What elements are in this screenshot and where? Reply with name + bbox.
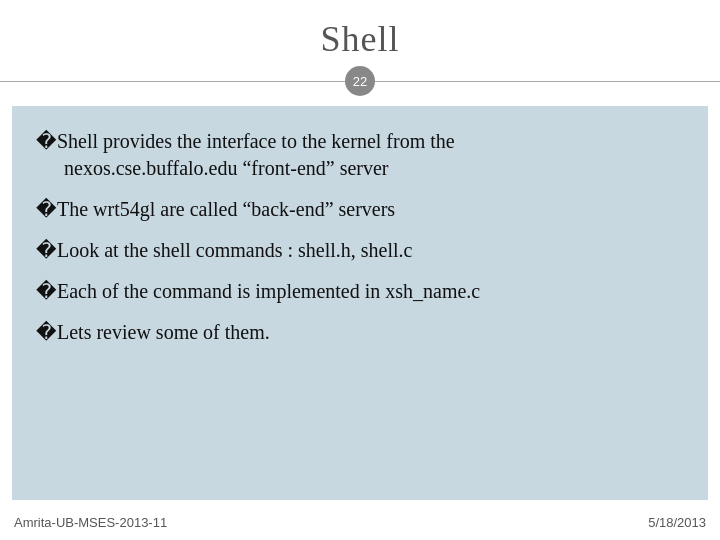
slide-number: 22 [345,66,375,96]
slide-number-wrapper: 22 [0,66,720,96]
bullet-3: �Look at the shell commands : shell.h, s… [36,237,684,264]
bullet-1: �Shell provides the interface to the ker… [36,128,684,182]
footer-left: Amrita-UB-MSES-2013-11 [14,515,167,530]
bullet-2: �The wrt54gl are called “back-end” serve… [36,196,684,223]
footer-right: 5/18/2013 [648,515,706,530]
slide: Shell 22 �Shell provides the interface t… [0,0,720,540]
slide-footer: Amrita-UB-MSES-2013-11 5/18/2013 [14,515,706,530]
slide-header: Shell 22 [0,0,720,96]
bullet-5: �Lets review some of them. [36,319,684,346]
slide-title: Shell [320,18,399,60]
content-area: �Shell provides the interface to the ker… [12,106,708,500]
bullet-4: �Each of the command is implemented in x… [36,278,684,305]
